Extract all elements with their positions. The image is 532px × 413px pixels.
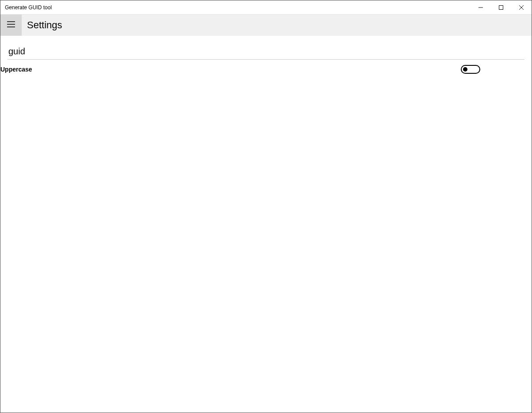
uppercase-toggle[interactable] (461, 65, 480, 74)
close-icon (519, 4, 524, 11)
window-title: Generate GUID tool (0, 4, 471, 11)
setting-row-uppercase: Uppercase (3, 60, 480, 74)
toggle-knob (463, 67, 467, 72)
app-header: Settings (0, 15, 532, 36)
search-input[interactable] (8, 44, 524, 60)
maximize-button[interactable] (491, 0, 511, 14)
close-button[interactable] (511, 0, 532, 14)
minimize-icon (478, 4, 483, 11)
maximize-icon (499, 4, 503, 11)
minimize-button[interactable] (471, 0, 491, 14)
hamburger-icon (7, 21, 15, 29)
hamburger-button[interactable] (0, 15, 22, 36)
window-controls (471, 0, 532, 14)
svg-rect-1 (499, 5, 503, 9)
window-titlebar: Generate GUID tool (0, 0, 532, 15)
content-area: Uppercase (0, 36, 532, 74)
setting-label-uppercase: Uppercase (0, 66, 32, 73)
page-title: Settings (27, 19, 62, 31)
